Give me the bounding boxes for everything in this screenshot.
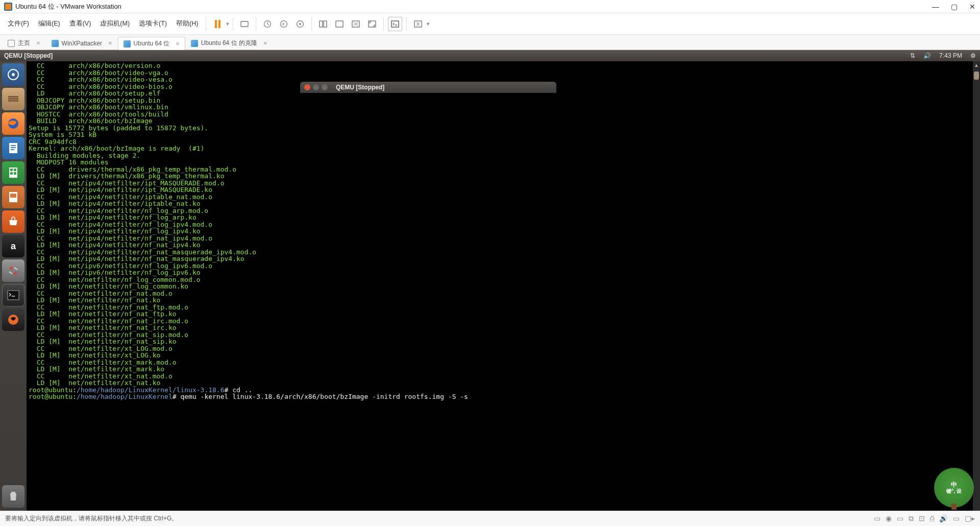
- traffic-lights: [304, 84, 328, 90]
- terminal-scrollbar[interactable]: ▲: [973, 61, 980, 511]
- tab-label: 主页: [18, 39, 30, 47]
- close-button[interactable]: ✕: [969, 3, 976, 10]
- unity-button[interactable]: [411, 17, 425, 31]
- menu-view[interactable]: 查看(V): [65, 16, 96, 31]
- scroll-thumb[interactable]: [974, 71, 979, 80]
- software-icon[interactable]: [2, 210, 24, 233]
- clock[interactable]: 7:43 PM: [939, 52, 962, 59]
- tab-ubuntu-clone[interactable]: Ubuntu 64 位 的克隆 ×: [185, 36, 273, 50]
- menu-vm[interactable]: 虚拟机(M): [95, 16, 134, 31]
- tab-label: WinXPattacker: [62, 40, 102, 47]
- settings-icon[interactable]: [2, 259, 24, 282]
- close-icon[interactable]: ×: [36, 39, 40, 47]
- close-icon[interactable]: ×: [176, 40, 180, 47]
- writer-icon[interactable]: [2, 137, 24, 159]
- tab-home[interactable]: 主页 ×: [2, 36, 46, 50]
- maximize-button[interactable]: ▢: [950, 3, 958, 10]
- usb-icon[interactable]: ⊡: [919, 514, 925, 523]
- network-adapter-icon[interactable]: ⧉: [909, 514, 914, 523]
- close-icon[interactable]: ×: [263, 39, 267, 47]
- snapshot-button[interactable]: [260, 17, 275, 31]
- snapshot-manager-button[interactable]: [293, 17, 307, 31]
- status-icons: ▭ ◉ ▭ ⧉ ⊡ ⎙ 🔊 ▭ ▢▸: [874, 514, 975, 523]
- svg-rect-7: [336, 21, 343, 27]
- svg-rect-10: [391, 21, 399, 27]
- firefox-icon[interactable]: [2, 112, 24, 135]
- snapshot-revert-button[interactable]: [277, 17, 291, 31]
- svg-rect-0: [241, 21, 248, 27]
- layout-thumb-button[interactable]: [332, 17, 347, 31]
- display-icon[interactable]: ▭: [953, 514, 960, 523]
- ime-line1: 中: [951, 481, 957, 488]
- tab-winxp[interactable]: WinXPattacker ×: [46, 36, 118, 50]
- vmware-appicon: [4, 3, 12, 11]
- ime-badge[interactable]: 中 键°, 设: [934, 468, 974, 508]
- svg-rect-28: [10, 194, 16, 198]
- gear-icon[interactable]: ⚙: [970, 52, 976, 59]
- volume-icon[interactable]: 🔊: [923, 52, 931, 59]
- vm-icon: [124, 40, 131, 47]
- close-icon[interactable]: ×: [108, 39, 112, 47]
- window-controls: — ▢ ✕: [932, 3, 976, 10]
- window-titlebar: Ubuntu 64 位 - VMware Workstation — ▢ ✕: [0, 0, 980, 13]
- menu-tabs[interactable]: 选项卡(T): [134, 16, 172, 31]
- ubuntu-topbar: QEMU [Stopped] ⇅ 🔊 7:43 PM ⚙: [0, 50, 980, 61]
- ubuntu-top-right: ⇅ 🔊 7:43 PM ⚙: [910, 52, 976, 59]
- vm-icon: [52, 40, 59, 47]
- dash-icon[interactable]: [2, 63, 24, 86]
- svg-rect-19: [11, 145, 16, 146]
- qemu-window[interactable]: QEMU [Stopped]: [300, 82, 556, 93]
- separator: [383, 17, 384, 31]
- dropdown-icon[interactable]: ▼: [426, 21, 430, 27]
- svg-point-4: [299, 23, 301, 25]
- close-traffic-icon[interactable]: [304, 84, 310, 90]
- disk-icon[interactable]: ▭: [874, 514, 880, 523]
- pause-vm-button[interactable]: [210, 17, 225, 31]
- svg-rect-29: [8, 291, 19, 300]
- impress-icon[interactable]: [2, 186, 24, 208]
- separator: [256, 17, 256, 31]
- cd-icon[interactable]: ◉: [886, 514, 892, 523]
- menu-edit[interactable]: 编辑(E): [34, 16, 65, 31]
- send-ctrlaltdel-button[interactable]: [237, 17, 252, 31]
- sound-icon[interactable]: 🔊: [939, 514, 948, 523]
- separator: [406, 17, 407, 31]
- dropdown-icon[interactable]: ▼: [225, 21, 230, 27]
- layout-fullscreen-button[interactable]: [365, 17, 379, 31]
- network-icon[interactable]: ⇅: [910, 52, 915, 59]
- separator: [206, 17, 206, 31]
- maximize-traffic-icon[interactable]: [322, 84, 328, 90]
- svg-rect-5: [320, 21, 323, 27]
- status-bar: 要将输入定向到该虚拟机，请将鼠标指针移入其中或按 Ctrl+G。 ▭ ◉ ▭ ⧉…: [0, 511, 980, 526]
- floppy-icon[interactable]: ▭: [897, 514, 903, 523]
- tree-trunk-icon: [951, 504, 957, 510]
- tab-ubuntu[interactable]: Ubuntu 64 位 ×: [118, 37, 185, 50]
- layout-stretch-button[interactable]: [349, 17, 363, 31]
- scroll-up-icon[interactable]: ▲: [973, 61, 980, 68]
- calc-icon[interactable]: [2, 161, 24, 184]
- console-button[interactable]: [388, 17, 402, 31]
- ime-line2: 键°, 设: [946, 488, 962, 494]
- layout-single-button[interactable]: [316, 17, 330, 31]
- trash-icon[interactable]: [2, 485, 24, 508]
- svg-rect-14: [8, 96, 18, 98]
- svg-rect-24: [14, 169, 16, 171]
- app-icon[interactable]: [2, 308, 24, 331]
- files-icon[interactable]: [2, 88, 24, 110]
- amazon-icon[interactable]: a: [2, 235, 24, 257]
- terminal-icon[interactable]: [2, 284, 24, 306]
- menu-file[interactable]: 文件(F): [3, 16, 34, 31]
- tab-label: Ubuntu 64 位: [134, 39, 170, 48]
- svg-rect-21: [11, 149, 14, 150]
- separator: [233, 17, 233, 31]
- messages-icon[interactable]: ▢▸: [965, 514, 975, 523]
- minimize-button[interactable]: —: [932, 3, 939, 10]
- printer-icon[interactable]: ⎙: [930, 514, 934, 523]
- terminal-output[interactable]: CC arch/x86/boot/version.o CC arch/x86/b…: [27, 61, 980, 511]
- guest-display[interactable]: QEMU [Stopped] ⇅ 🔊 7:43 PM ⚙ a CC arch/x…: [0, 50, 980, 511]
- svg-rect-6: [324, 21, 327, 27]
- window-title: Ubuntu 64 位 - VMware Workstation: [15, 2, 121, 11]
- minimize-traffic-icon[interactable]: [313, 84, 319, 90]
- tab-bar: 主页 × WinXPattacker × Ubuntu 64 位 × Ubunt…: [0, 35, 980, 50]
- menu-help[interactable]: 帮助(H): [172, 16, 203, 31]
